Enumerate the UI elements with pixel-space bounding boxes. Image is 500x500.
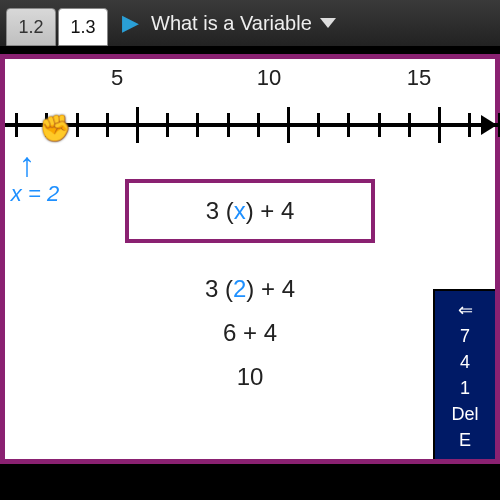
- axis-arrow-icon: [481, 115, 497, 135]
- numberline[interactable]: ✊: [5, 103, 495, 143]
- content-frame: 5 10 15 ✊ ↑ x = 2 3 (x) + 4 3 (2) + 4 6 …: [0, 54, 500, 464]
- tick: [106, 113, 109, 137]
- expr-pre: 3 (: [206, 197, 234, 224]
- tick: [468, 113, 471, 137]
- tick: [76, 113, 79, 137]
- tick: [257, 113, 260, 137]
- expr-variable: x: [234, 197, 246, 224]
- evaluation-steps: 3 (2) + 4 6 + 4 10: [5, 267, 495, 399]
- step-1: 3 (2) + 4: [5, 267, 495, 311]
- tick: [196, 113, 199, 137]
- context-menu[interactable]: ⇐ 7 4 1 Del E: [433, 289, 495, 459]
- tick: [136, 107, 139, 143]
- tick: [378, 113, 381, 137]
- menu-e[interactable]: E: [439, 427, 491, 453]
- grab-cursor-icon[interactable]: ✊: [39, 113, 71, 144]
- tick: [317, 113, 320, 137]
- step-2: 6 + 4: [5, 311, 495, 355]
- step-3: 10: [5, 355, 495, 399]
- tick: [227, 113, 230, 137]
- numberline-area[interactable]: 5 10 15 ✊ ↑ x = 2: [5, 59, 495, 143]
- title-bar: 1.2 1.3 ▶ What is a Variable: [0, 0, 500, 46]
- dropdown-icon: [320, 18, 336, 28]
- tick: [287, 107, 290, 143]
- tick: [408, 113, 411, 137]
- menu-1[interactable]: 1: [439, 375, 491, 401]
- point-arrow-icon: ↑: [19, 145, 36, 184]
- axis-line: [5, 123, 500, 127]
- expr-post: ) + 4: [246, 197, 295, 224]
- point-value-label: x = 2: [11, 181, 59, 207]
- menu-7[interactable]: 7: [439, 323, 491, 349]
- menu-4[interactable]: 4: [439, 349, 491, 375]
- expression-box: 3 (x) + 4: [125, 179, 375, 243]
- menu-back[interactable]: ⇐: [439, 297, 491, 323]
- menu-delete[interactable]: Del: [439, 401, 491, 427]
- tab-1-3[interactable]: 1.3: [58, 8, 108, 46]
- tick: [438, 107, 441, 143]
- tick-label-15: 15: [407, 65, 431, 91]
- tick-label-5: 5: [111, 65, 123, 91]
- title-text: What is a Variable: [151, 12, 312, 35]
- page-title[interactable]: What is a Variable: [151, 12, 336, 35]
- tick: [15, 113, 18, 137]
- tick-label-10: 10: [257, 65, 281, 91]
- tick: [166, 113, 169, 137]
- nav-next-icon[interactable]: ▶: [122, 10, 139, 36]
- tab-1-2[interactable]: 1.2: [6, 8, 56, 46]
- tick: [347, 113, 350, 137]
